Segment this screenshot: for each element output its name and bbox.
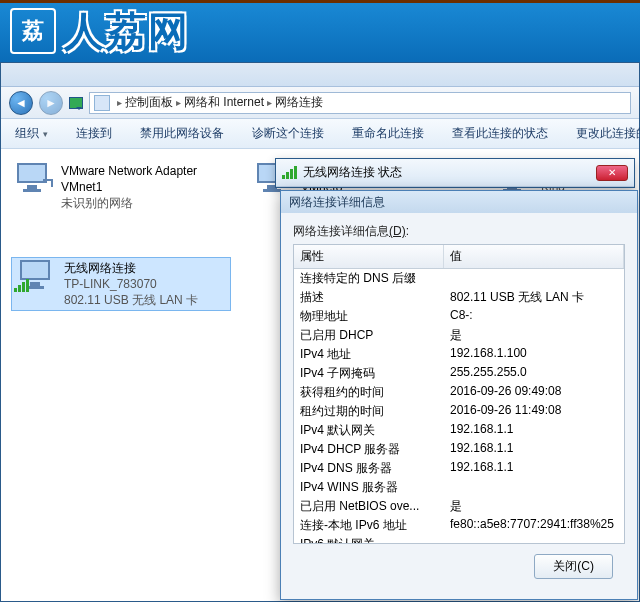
toolbar-rename[interactable]: 重命名此连接 <box>338 119 438 148</box>
details-grid[interactable]: 属性 值 连接特定的 DNS 后缀描述802.11 USB 无线 LAN 卡物理… <box>293 244 625 544</box>
adapter-sub: TP-LINK_783070 <box>64 276 198 292</box>
cell-property: IPv4 默认网关 <box>294 421 444 440</box>
forward-button[interactable]: ► <box>39 91 63 115</box>
cell-property: 连接-本地 IPv6 地址 <box>294 516 444 535</box>
site-logo-banner: 荔 人荔网 <box>0 0 640 62</box>
toolbar-view-status[interactable]: 查看此连接的状态 <box>438 119 562 148</box>
grid-row[interactable]: 已启用 DHCP是 <box>294 326 624 345</box>
cell-property: 租约过期的时间 <box>294 402 444 421</box>
window-titlebar[interactable] <box>1 63 639 87</box>
grid-row[interactable]: IPv4 地址192.168.1.100 <box>294 345 624 364</box>
cell-property: IPv4 WINS 服务器 <box>294 478 444 497</box>
cell-property: 已启用 DHCP <box>294 326 444 345</box>
crumb-connections[interactable]: 网络连接 <box>275 94 323 111</box>
adapter-title: 无线网络连接 <box>64 260 198 276</box>
cell-value: 192.168.1.100 <box>444 345 624 364</box>
cell-value: C8-: <box>444 307 624 326</box>
grid-row[interactable]: IPv4 默认网关192.168.1.1 <box>294 421 624 440</box>
cell-property: 已启用 NetBIOS ove... <box>294 497 444 516</box>
cell-value <box>444 478 624 497</box>
cell-property: IPv6 默认网关 <box>294 535 444 544</box>
crumb-network-internet[interactable]: 网络和 Internet <box>184 94 264 111</box>
cell-value <box>444 535 624 544</box>
grid-row[interactable]: IPv6 默认网关 <box>294 535 624 544</box>
details-label: 网络连接详细信息(D): <box>293 223 625 240</box>
crumb-control-panel[interactable]: 控制面板 <box>125 94 173 111</box>
adapter-sub2: 802.11 USB 无线 LAN 卡 <box>64 292 198 308</box>
wifi-status-icon <box>69 97 83 109</box>
toolbar-connect[interactable]: 连接到 <box>62 119 126 148</box>
adapter-wifi-selected[interactable]: 无线网络连接 TP-LINK_783070 802.11 USB 无线 LAN … <box>11 257 231 311</box>
toolbar-disable[interactable]: 禁用此网络设备 <box>126 119 238 148</box>
cell-value: 是 <box>444 497 624 516</box>
cell-property: 连接特定的 DNS 后缀 <box>294 269 444 288</box>
nic-icon <box>11 163 53 195</box>
grid-row[interactable]: 已启用 NetBIOS ove...是 <box>294 497 624 516</box>
breadcrumb[interactable]: ▸ 控制面板 ▸ 网络和 Internet ▸ 网络连接 <box>89 92 631 114</box>
cell-property: IPv4 子网掩码 <box>294 364 444 383</box>
cell-property: IPv4 地址 <box>294 345 444 364</box>
cell-value: 192.168.1.1 <box>444 421 624 440</box>
cell-property: 获得租约的时间 <box>294 383 444 402</box>
grid-row[interactable]: 获得租约的时间2016-09-26 09:49:08 <box>294 383 624 402</box>
dialog-title: 无线网络连接 状态 <box>303 164 402 181</box>
wifi-status-dialog[interactable]: 无线网络连接 状态 ✕ <box>275 158 635 188</box>
cell-property: IPv4 DNS 服务器 <box>294 459 444 478</box>
close-button[interactable]: ✕ <box>596 165 628 181</box>
cell-property: 物理地址 <box>294 307 444 326</box>
cell-value: 255.255.255.0 <box>444 364 624 383</box>
network-icon <box>94 95 110 111</box>
nic-icon <box>14 260 56 292</box>
grid-row[interactable]: IPv4 WINS 服务器 <box>294 478 624 497</box>
grid-row[interactable]: IPv4 DNS 服务器192.168.1.1 <box>294 459 624 478</box>
cell-value <box>444 269 624 288</box>
grid-row[interactable]: 物理地址C8-: <box>294 307 624 326</box>
toolbar-diagnose[interactable]: 诊断这个连接 <box>238 119 338 148</box>
dialog-header[interactable]: 无线网络连接 状态 ✕ <box>276 159 634 187</box>
grid-row[interactable]: 租约过期的时间2016-09-26 11:49:08 <box>294 402 624 421</box>
col-value[interactable]: 值 <box>444 245 624 268</box>
network-details-dialog[interactable]: 网络连接详细信息 网络连接详细信息(D): 属性 值 连接特定的 DNS 后缀描… <box>280 190 638 600</box>
grid-row[interactable]: 描述802.11 USB 无线 LAN 卡 <box>294 288 624 307</box>
toolbar-change[interactable]: 更改此连接的 <box>562 119 640 148</box>
grid-row[interactable]: IPv4 DHCP 服务器192.168.1.1 <box>294 440 624 459</box>
details-titlebar[interactable]: 网络连接详细信息 <box>281 191 637 213</box>
cell-property: 描述 <box>294 288 444 307</box>
cell-property: IPv4 DHCP 服务器 <box>294 440 444 459</box>
grid-row[interactable]: 连接特定的 DNS 后缀 <box>294 269 624 288</box>
toolbar-organize[interactable]: 组织 <box>1 119 62 148</box>
cell-value: 192.168.1.1 <box>444 459 624 478</box>
grid-row[interactable]: IPv4 子网掩码255.255.255.0 <box>294 364 624 383</box>
signal-icon <box>282 166 297 179</box>
adapter-title: VMware Network Adapter VMnet1 <box>61 163 231 195</box>
logo-mark: 荔 <box>10 8 56 54</box>
cell-value: 802.11 USB 无线 LAN 卡 <box>444 288 624 307</box>
logo-text: 人荔网 <box>64 4 190 59</box>
toolbar: 组织 连接到 禁用此网络设备 诊断这个连接 重命名此连接 查看此连接的状态 更改… <box>1 119 639 149</box>
nav-row: ◄ ► ▸ 控制面板 ▸ 网络和 Internet ▸ 网络连接 <box>1 87 639 119</box>
grid-header: 属性 值 <box>294 245 624 269</box>
close-details-button[interactable]: 关闭(C) <box>534 554 613 579</box>
cell-value: 2016-09-26 11:49:08 <box>444 402 624 421</box>
cell-value: fe80::a5e8:7707:2941:ff38%25 <box>444 516 624 535</box>
adapter-vmnet1[interactable]: VMware Network Adapter VMnet1 未识别的网络 <box>11 163 231 211</box>
col-property[interactable]: 属性 <box>294 245 444 268</box>
cell-value: 是 <box>444 326 624 345</box>
grid-row[interactable]: 连接-本地 IPv6 地址fe80::a5e8:7707:2941:ff38%2… <box>294 516 624 535</box>
cell-value: 2016-09-26 09:49:08 <box>444 383 624 402</box>
back-button[interactable]: ◄ <box>9 91 33 115</box>
cell-value: 192.168.1.1 <box>444 440 624 459</box>
adapter-sub: 未识别的网络 <box>61 195 231 211</box>
